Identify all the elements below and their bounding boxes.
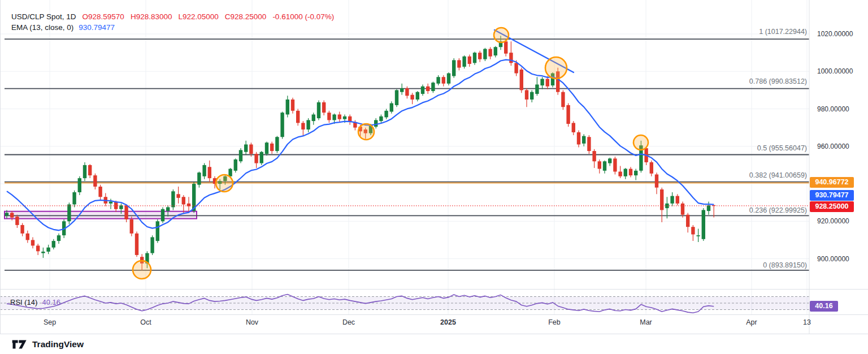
price-axis-label: 900.00000 [817, 255, 849, 263]
tradingview-chart-app: USD/CLP Spot, 1D O928.59570 H928.83000 L… [0, 0, 868, 354]
rsi-legend: RSI (14) 40.16 [10, 298, 60, 306]
fib-level-label: 0.5 (955.56047) [757, 144, 807, 152]
tradingview-logo[interactable]: TradingView [11, 338, 84, 351]
chart-canvas[interactable] [0, 0, 868, 334]
time-axis-label: Sep [44, 318, 56, 326]
time-axis-label: 13 [803, 318, 811, 326]
price-scale[interactable]: 1020.000001000.00000980.00000960.0000092… [809, 0, 868, 334]
time-axis-label: Dec [342, 318, 355, 326]
fib-level-label: 0.236 (922.99925) [749, 206, 807, 214]
time-axis-label: Oct [140, 318, 151, 326]
ohlc-close: C928.25000 [225, 11, 267, 22]
price-axis-label: 960.00000 [817, 143, 849, 150]
time-axis-label: Feb [548, 318, 561, 326]
rsi-label[interactable]: RSI (14) [10, 298, 37, 306]
price-axis-label: 980.00000 [817, 105, 849, 113]
price-axis-label: 1020.00000 [817, 30, 853, 38]
ema-legend-row: EMA (13, close, 0) 930.79477 [11, 22, 334, 33]
footer-bar: TradingView [0, 334, 868, 354]
price-axis-label: 920.00000 [817, 217, 849, 225]
symbol-title[interactable]: USD/CLP Spot, 1D [11, 11, 76, 22]
symbol-legend-row: USD/CLP Spot, 1D O928.59570 H928.83000 L… [11, 11, 334, 22]
price-axis-label: 1000.00000 [817, 67, 853, 75]
rsi-badge: 40.16 [810, 301, 838, 312]
ema-value: 930.79477 [79, 22, 115, 33]
ohlc-high: H928.83000 [131, 11, 172, 22]
time-axis-label: 2025 [440, 318, 456, 326]
ema-label[interactable]: EMA (13, close, 0) [11, 22, 73, 33]
time-axis-label: Nov [246, 318, 258, 326]
price-badge-last-price: 928.25000 [810, 201, 854, 212]
chart-legend: USD/CLP Spot, 1D O928.59570 H928.83000 L… [11, 11, 334, 33]
time-axis[interactable]: SepOctNovDec2025FebMarApr13 [0, 315, 809, 334]
ohlc-change: -0.61000 (-0.07%) [272, 11, 334, 22]
fib-level-label: 1 (1017.22944) [759, 28, 807, 36]
ohlc-low: L922.05000 [178, 11, 218, 22]
time-axis-label: Apr [746, 318, 757, 326]
price-badge-fib-level: 940.96772 [810, 177, 854, 188]
time-axis-label: Mar [640, 318, 652, 326]
tradingview-logo-icon [11, 338, 28, 351]
tradingview-brand-text: TradingView [32, 339, 84, 349]
price-badge-ema: 930.79477 [810, 190, 854, 201]
fib-level-label: 0.382 (941.00659) [749, 171, 807, 179]
ohlc-open: O928.59570 [83, 11, 124, 22]
fib-level-label: 0.786 (990.83512) [749, 77, 807, 85]
fib-level-label: 0 (893.89150) [763, 261, 807, 269]
rsi-value: 40.16 [42, 298, 60, 306]
